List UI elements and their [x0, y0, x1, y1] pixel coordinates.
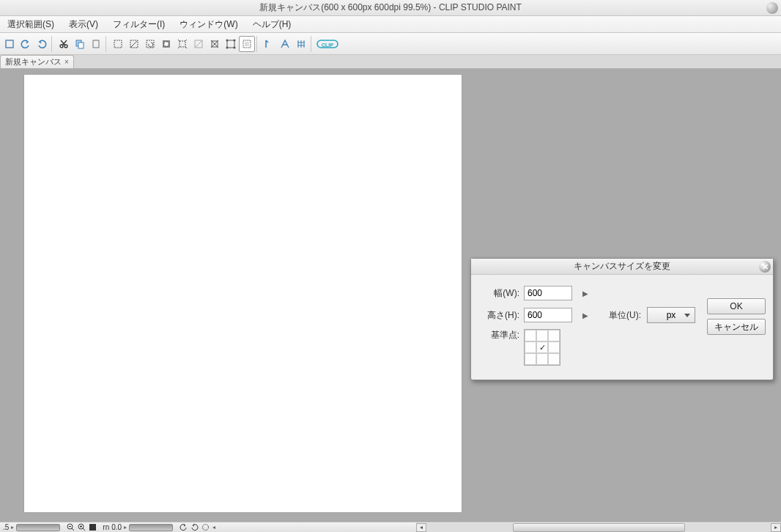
clip-icon[interactable] [1, 36, 18, 52]
hscroll-left-icon[interactable]: ◂ [416, 523, 426, 532]
toolbar: CLIP [0, 33, 781, 55]
cancel-button[interactable]: キャンセル [707, 319, 766, 335]
ok-button[interactable]: OK [707, 298, 766, 314]
svg-point-19 [226, 46, 229, 48]
document-tab[interactable]: 新規キャンバス × [0, 55, 74, 68]
document-tab-bar: 新規キャンバス × [0, 55, 781, 69]
invert-select-icon[interactable] [158, 36, 174, 52]
rotate-ccw-icon[interactable] [179, 523, 188, 532]
height-stepper-icon[interactable]: ▶ [582, 311, 588, 319]
unit-select-value: px [667, 310, 676, 320]
zoom-out-icon[interactable] [66, 523, 75, 532]
dialog-title-bar[interactable]: キャンバスサイズを変更 ✕ [471, 259, 773, 275]
svg-rect-13 [179, 41, 185, 47]
svg-rect-22 [245, 42, 249, 46]
zoom-in-icon[interactable] [77, 523, 86, 532]
zoom-slider-right-icon[interactable]: ▸ [11, 524, 14, 531]
anchor-cell-center[interactable] [536, 341, 548, 353]
angle-slider[interactable] [129, 524, 173, 531]
height-input[interactable] [524, 308, 572, 322]
change-canvas-size-dialog: キャンバスサイズを変更 ✕ OK キャンセル 幅(W): ▶ 高さ(H): ▶ … [470, 258, 774, 380]
svg-point-20 [234, 46, 236, 48]
expand-select-icon[interactable] [174, 36, 190, 52]
svg-rect-12 [164, 42, 169, 46]
anchor-cell-br[interactable] [548, 353, 560, 365]
toolbar-separator [256, 36, 259, 52]
hscroll-track[interactable] [426, 523, 771, 532]
svg-line-29 [83, 528, 85, 531]
height-label: 高さ(H): [483, 309, 524, 322]
anchor-cell-tr[interactable] [548, 330, 560, 341]
snap-perspective-icon[interactable] [277, 36, 293, 52]
svg-text:CLIP: CLIP [322, 43, 333, 48]
menu-bar: 選択範囲(S) 表示(V) フィルター(I) ウィンドウ(W) ヘルプ(H) [0, 16, 781, 33]
quickmask-icon[interactable] [239, 36, 255, 52]
redo-icon[interactable] [34, 36, 50, 52]
anchor-cell-tl[interactable] [525, 330, 536, 341]
menu-selection[interactable]: 選択範囲(S) [0, 16, 62, 33]
hscroll-thumb[interactable] [513, 523, 685, 532]
svg-rect-7 [114, 40, 122, 48]
hscroll-right-icon[interactable]: ▸ [771, 523, 781, 532]
dialog-close-icon[interactable]: ✕ [759, 261, 771, 273]
dialog-body: OK キャンセル 幅(W): ▶ 高さ(H): ▶ 単位(U): px 基準点: [471, 275, 773, 357]
fit-screen-icon[interactable] [88, 523, 97, 532]
svg-rect-32 [89, 524, 96, 531]
snap-ruler-icon[interactable] [261, 36, 277, 52]
rotate-reset-icon[interactable] [201, 523, 210, 532]
anchor-cell-mr[interactable] [548, 341, 560, 353]
canvas[interactable] [24, 75, 462, 512]
svg-line-9 [130, 40, 138, 48]
clip-studio-badge-icon[interactable]: CLIP [315, 36, 340, 52]
anchor-cell-tc[interactable] [536, 330, 548, 341]
undo-icon[interactable] [18, 36, 34, 52]
cut-icon[interactable] [56, 36, 72, 52]
border-select-icon[interactable] [190, 36, 207, 52]
width-stepper-icon[interactable]: ▶ [582, 289, 588, 298]
window-titlebar: 新規キャンバス(600 x 600px 600dpi 99.5%) - CLIP… [0, 0, 781, 16]
document-tab-label: 新規キャンバス [5, 56, 62, 67]
select-rect-icon[interactable] [110, 36, 126, 52]
dialog-title: キャンバスサイズを変更 [574, 260, 670, 273]
svg-rect-6 [95, 40, 97, 41]
svg-point-17 [226, 39, 229, 41]
unit-select[interactable]: px [647, 307, 695, 323]
anchor-cell-ml[interactable] [525, 341, 536, 353]
angle-slider-right-icon[interactable]: ▸ [124, 524, 127, 531]
menu-window[interactable]: ウィンドウ(W) [172, 16, 245, 33]
menu-view[interactable]: 表示(V) [62, 16, 106, 33]
toolbar-separator [106, 36, 108, 52]
toolbar-separator [311, 36, 314, 52]
copy-icon[interactable] [72, 36, 88, 52]
angle-value: 0.0 [111, 523, 122, 531]
rotate-cw-icon[interactable] [190, 523, 199, 532]
svg-point-18 [234, 39, 236, 41]
svg-rect-5 [93, 40, 99, 48]
svg-rect-16 [227, 40, 234, 48]
svg-rect-4 [78, 43, 84, 48]
status-left-arrow-icon[interactable]: ◂ [212, 524, 215, 531]
horizontal-scrollbar: ◂ ▸ [416, 522, 781, 532]
transform-icon[interactable] [223, 36, 239, 52]
anchor-cell-bc[interactable] [536, 353, 548, 365]
width-label: 幅(W): [483, 287, 524, 300]
svg-rect-0 [6, 40, 13, 48]
reselect-icon[interactable] [142, 36, 158, 52]
close-tab-icon[interactable]: × [64, 58, 69, 66]
titlebar-orb-icon[interactable] [766, 2, 778, 14]
svg-point-33 [202, 525, 208, 531]
toolbar-separator [51, 36, 54, 52]
anchor-cell-bl[interactable] [525, 353, 536, 365]
deselect-icon[interactable] [126, 36, 142, 52]
paste-icon[interactable] [88, 36, 104, 52]
width-input[interactable] [524, 286, 572, 300]
menu-help[interactable]: ヘルプ(H) [245, 16, 299, 33]
crop-icon[interactable] [207, 36, 223, 52]
anchor-label: 基準点: [483, 329, 524, 341]
window-title: 新規キャンバス(600 x 600px 600dpi 99.5%) - CLIP… [259, 1, 522, 14]
zoom-slider[interactable] [16, 524, 60, 531]
unit-label: 単位(U): [609, 309, 641, 322]
svg-line-26 [72, 528, 74, 531]
menu-filter[interactable]: フィルター(I) [106, 16, 172, 33]
snap-grid-icon[interactable] [293, 36, 309, 52]
